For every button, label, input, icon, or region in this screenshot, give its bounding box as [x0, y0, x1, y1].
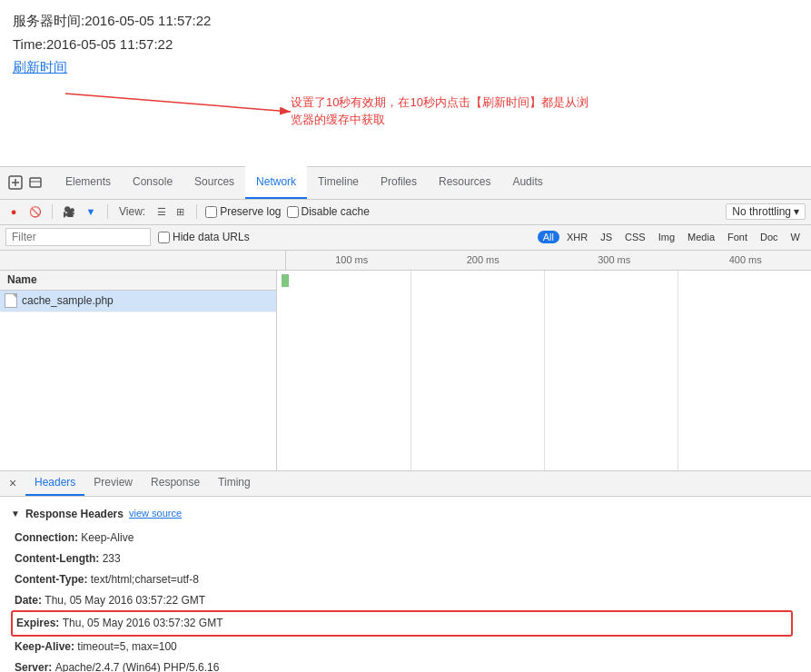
timeline-header: 100 ms 200 ms 300 ms 400 ms: [0, 251, 811, 271]
filter-doc[interactable]: Doc: [755, 231, 784, 243]
view-label: View:: [119, 205, 145, 218]
view-source-link[interactable]: view source: [129, 504, 182, 523]
network-item[interactable]: cache_sample.php: [0, 291, 276, 312]
filter-font[interactable]: Font: [722, 231, 753, 243]
header-row: Content-Length: 233: [11, 548, 800, 569]
tab-profiles[interactable]: Profiles: [370, 166, 428, 199]
filter-xhr[interactable]: XHR: [561, 231, 593, 243]
network-toolbar: ● 🚫 🎥 ▼ View: ☰ ⊞ Preserve log Disable c…: [0, 200, 811, 225]
filter-input[interactable]: [5, 228, 151, 246]
throttle-selector[interactable]: No throttling ▾: [726, 203, 806, 220]
details-tab-headers[interactable]: Headers: [25, 470, 84, 496]
filter-css[interactable]: CSS: [619, 231, 651, 243]
header-key: Keep-Alive:: [15, 640, 77, 653]
time-label: Time:2016-05-05 11:57:22: [13, 33, 798, 56]
header-row: Connection: Keep-Alive: [11, 528, 800, 548]
file-icon: [4, 293, 18, 308]
header-key: Expires:: [16, 617, 63, 629]
timeline-name-col: [9, 251, 286, 270]
header-value: Apache/2.4.7 (Win64) PHP/5.6.16: [55, 661, 220, 672]
marker-300ms: 300 ms: [549, 254, 680, 265]
header-key: Content-Length:: [15, 552, 103, 565]
header-row: Server: Apache/2.4.7 (Win64) PHP/5.6.16: [11, 657, 800, 672]
header-value: text/html;charset=utf-8: [91, 573, 199, 586]
tab-audits[interactable]: Audits: [501, 166, 553, 199]
details-tab-timing[interactable]: Timing: [209, 470, 260, 496]
marker-100ms: 100 ms: [286, 254, 418, 265]
response-headers-content: ▼ Response Headers view source Connectio…: [0, 497, 811, 673]
devtools-icons: [4, 174, 47, 191]
tab-timeline[interactable]: Timeline: [307, 166, 370, 199]
timeline-markers: 100 ms 200 ms 300 ms 400 ms: [286, 254, 811, 265]
throttle-chevron: ▾: [794, 205, 799, 218]
details-tab-bar: × Headers Preview Response Timing: [0, 471, 811, 497]
svg-rect-5: [30, 178, 41, 187]
section-title: ▼ Response Headers view source: [11, 504, 800, 525]
toolbar-sep-3: [196, 204, 197, 219]
header-value: 233: [103, 552, 121, 565]
section-triangle: ▼: [11, 505, 20, 522]
headers-container: Connection: Keep-AliveContent-Length: 23…: [11, 528, 800, 672]
grid-line-3: [677, 271, 678, 470]
svg-line-0: [65, 94, 291, 112]
header-key: Date:: [15, 594, 45, 607]
devtools-tab-bar: Elements Console Sources Network Timelin…: [0, 167, 811, 200]
devtools-panel: Elements Console Sources Network Timelin…: [0, 166, 811, 673]
refresh-link[interactable]: 刷新时间: [13, 55, 67, 79]
section-title-text: Response Headers: [25, 504, 124, 525]
tab-network[interactable]: Network: [245, 166, 307, 199]
details-tab-response[interactable]: Response: [142, 470, 209, 496]
filter-button[interactable]: ▼: [83, 203, 99, 220]
tab-resources[interactable]: Resources: [428, 166, 501, 199]
tab-console[interactable]: Console: [122, 166, 183, 199]
top-content: 服务器时间:2016-05-05 11:57:22 Time:2016-05-0…: [0, 0, 811, 84]
details-tab-preview[interactable]: Preview: [84, 470, 142, 496]
server-time: 服务器时间:2016-05-05 11:57:22: [13, 9, 798, 33]
network-list-header: Name: [0, 271, 276, 291]
annotation-text: 设置了10秒有效期，在10秒内点击【刷新时间】都是从浏览器的缓存中获取: [291, 94, 599, 129]
preserve-log-label[interactable]: Preserve log: [205, 205, 281, 218]
header-key: Content-Type:: [15, 573, 91, 586]
tab-elements[interactable]: Elements: [54, 166, 122, 199]
details-close-button[interactable]: ×: [4, 474, 22, 492]
grid-lines: [277, 271, 811, 470]
hide-data-urls-label[interactable]: Hide data URLs: [158, 231, 250, 243]
header-row: Content-Type: text/html;charset=utf-8: [11, 569, 800, 590]
hide-data-urls-checkbox[interactable]: [158, 232, 170, 243]
toolbar-sep-2: [107, 204, 108, 219]
filter-js[interactable]: JS: [595, 231, 618, 243]
filter-media[interactable]: Media: [682, 231, 720, 243]
header-row: Keep-Alive: timeout=5, max=100: [11, 637, 800, 657]
filter-types: All XHR JS CSS Img Media Font Doc W: [538, 231, 806, 243]
filter-row: Hide data URLs All XHR JS CSS Img Media …: [0, 225, 811, 251]
annotation-area: 设置了10秒有效期，在10秒内点击【刷新时间】都是从浏览器的缓存中获取: [0, 84, 811, 166]
timeline-bar: [282, 274, 289, 287]
clear-button[interactable]: 🚫: [27, 203, 44, 220]
grid-line-2: [544, 271, 545, 470]
filter-all[interactable]: All: [538, 231, 559, 243]
record-button[interactable]: ●: [5, 203, 22, 220]
header-value: Thu, 05 May 2016 03:57:32 GMT: [63, 617, 223, 629]
network-area: Name cache_sample.php: [0, 271, 811, 470]
tab-sources[interactable]: Sources: [183, 166, 245, 199]
filter-img[interactable]: Img: [653, 231, 680, 243]
grid-view-button[interactable]: ⊞: [172, 203, 188, 220]
capture-screenshots-button[interactable]: 🎥: [61, 203, 77, 220]
grid-line-1: [410, 271, 411, 470]
list-view-button[interactable]: ☰: [153, 203, 170, 220]
disable-cache-label[interactable]: Disable cache: [287, 205, 370, 218]
preserve-log-checkbox[interactable]: [205, 206, 217, 218]
network-item-name: cache_sample.php: [22, 294, 114, 307]
filter-w[interactable]: W: [786, 231, 806, 243]
header-row: Date: Thu, 05 May 2016 03:57:22 GMT: [11, 590, 800, 611]
network-timeline: [277, 271, 811, 470]
network-list: Name cache_sample.php: [0, 271, 277, 470]
marker-400ms: 400 ms: [680, 254, 812, 265]
view-icons: ☰ ⊞: [153, 203, 188, 220]
header-key: Server:: [15, 661, 55, 672]
header-value: Keep-Alive: [81, 531, 134, 544]
devtools-icon-2[interactable]: [27, 174, 44, 191]
header-row: Expires: Thu, 05 May 2016 03:57:32 GMT: [11, 610, 793, 637]
disable-cache-checkbox[interactable]: [287, 206, 299, 218]
devtools-icon-1[interactable]: [7, 174, 24, 191]
